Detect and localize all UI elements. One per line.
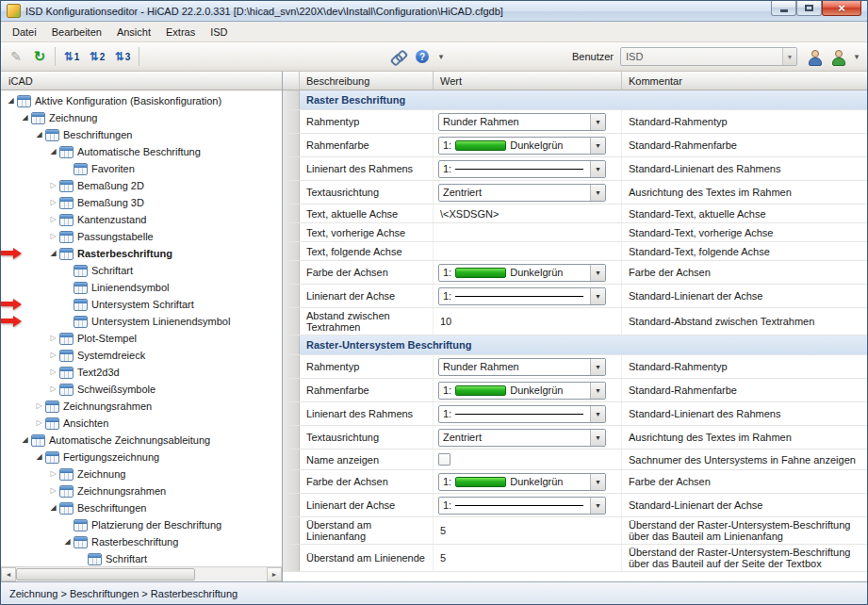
color-dropdown[interactable]: 1:Dunkelgrün — [438, 264, 606, 282]
tree-item-bemaßung-3d[interactable]: Bemaßung 3D — [1, 194, 282, 211]
tree-item-kantenzustand[interactable]: Kantenzustand — [1, 211, 282, 228]
tree-expander-icon[interactable] — [47, 381, 59, 398]
tree-item-zeichnungsrahmen[interactable]: Zeichnungsrahmen — [1, 482, 282, 499]
user-button[interactable] — [803, 46, 826, 68]
tree-expander-icon[interactable] — [47, 194, 59, 211]
help-button[interactable] — [411, 46, 434, 68]
chevron-down-icon[interactable] — [590, 288, 605, 304]
row-selector[interactable] — [283, 470, 300, 493]
tree-expander-icon[interactable] — [47, 482, 59, 499]
row-selector[interactable] — [283, 426, 300, 449]
row-selector[interactable] — [283, 517, 300, 544]
linestyle-dropdown[interactable]: 1: — [438, 160, 606, 178]
chevron-down-icon[interactable] — [590, 406, 605, 422]
tree-item-zeichnung[interactable]: Zeichnung — [1, 109, 282, 126]
chevron-down-icon[interactable] — [590, 161, 605, 177]
chevron-down-icon[interactable] — [590, 430, 605, 446]
benutzer-select[interactable]: ISD — [620, 47, 797, 66]
tree-item-untersystem-linienendsymbol[interactable]: Untersystem Linienendsymbol — [1, 313, 282, 330]
tree-item-zeichnungsrahmen[interactable]: Zeichnungsrahmen — [1, 398, 282, 415]
color-dropdown[interactable]: 1:Dunkelgrün — [438, 473, 606, 491]
tree-item-favoriten[interactable]: Favoriten — [1, 160, 282, 177]
row-selector[interactable] — [283, 204, 300, 222]
row-selector[interactable] — [283, 223, 300, 241]
tree-expander-icon[interactable] — [47, 177, 59, 194]
tree-item-passungstabelle[interactable]: Passungstabelle — [1, 228, 282, 245]
row-selector[interactable] — [283, 90, 300, 109]
scroll-left-icon[interactable] — [1, 567, 16, 581]
value-dropdown[interactable]: Zentriert — [438, 184, 606, 202]
menu-bearbeiten[interactable]: Bearbeiten — [44, 24, 109, 41]
tree-expander-icon[interactable] — [33, 415, 45, 432]
linestyle-dropdown[interactable]: 1: — [438, 405, 606, 423]
value-dropdown[interactable]: Runder Rahmen — [438, 113, 606, 131]
scroll-right-icon[interactable] — [267, 567, 282, 581]
tree-item-linienendsymbol[interactable]: Linienendsymbol — [1, 279, 282, 296]
tree-item-untersystem-schriftart[interactable]: Untersystem Schriftart — [1, 296, 282, 313]
tree-expander-icon[interactable] — [5, 92, 17, 109]
row-selector[interactable] — [283, 545, 300, 571]
menu-isd[interactable]: ISD — [203, 24, 235, 41]
tree-item-ansichten[interactable]: Ansichten — [1, 415, 282, 432]
row-selector[interactable] — [283, 134, 300, 156]
row-selector[interactable] — [283, 308, 300, 335]
tree-expander-icon[interactable] — [33, 449, 45, 466]
tree-item-beschriftungen[interactable]: Beschriftungen — [1, 499, 282, 516]
maximize-button[interactable] — [796, 1, 822, 16]
tree-item-schriftart[interactable]: Schriftart — [1, 262, 282, 279]
expand-level-3-button[interactable]: 3 — [110, 46, 135, 68]
value-checkbox[interactable] — [438, 453, 450, 466]
close-button[interactable] — [822, 1, 861, 16]
row-selector[interactable] — [283, 494, 300, 516]
chevron-down-icon[interactable] — [590, 383, 605, 399]
tree-item-platzierung-der-beschriftung[interactable]: Platzierung der Beschriftung — [1, 516, 282, 533]
scrollbar-track[interactable] — [195, 567, 267, 581]
tree-item-rasterbeschriftung[interactable]: Rasterbeschriftung — [1, 245, 282, 262]
tree-expander-icon[interactable] — [47, 143, 59, 160]
tree-item-beschriftungen[interactable]: Beschriftungen — [1, 126, 282, 143]
toolbar-overflow-button-2[interactable] — [850, 46, 863, 68]
tree-item-schriftart[interactable]: Schriftart — [1, 550, 282, 566]
value-text[interactable]: 5 — [438, 552, 446, 564]
tree-expander-icon[interactable] — [47, 330, 59, 347]
column-header-beschreibung[interactable]: Beschreibung — [300, 72, 434, 90]
row-selector[interactable] — [283, 335, 300, 354]
chevron-down-icon[interactable] — [590, 359, 605, 375]
user-manage-button[interactable] — [827, 46, 849, 68]
tree-expander-icon[interactable] — [47, 466, 59, 482]
tree-expander-icon[interactable] — [47, 245, 59, 262]
tree-expander-icon[interactable] — [47, 211, 59, 228]
tree-expander-icon[interactable] — [33, 126, 45, 143]
row-selector[interactable] — [283, 402, 300, 425]
minimize-button[interactable] — [771, 1, 796, 16]
tree-expander-icon[interactable] — [19, 432, 31, 449]
expand-level-2-button[interactable]: 2 — [85, 46, 109, 68]
column-header-wert[interactable]: Wert — [434, 72, 622, 90]
chevron-down-icon[interactable] — [782, 48, 796, 65]
linestyle-dropdown[interactable]: 1: — [438, 497, 606, 515]
tree-expander-icon[interactable] — [33, 398, 45, 415]
chevron-down-icon[interactable] — [590, 474, 605, 490]
row-selector[interactable] — [283, 157, 300, 180]
tree-item-schweißsymbole[interactable]: Schweißsymbole — [1, 381, 282, 398]
color-dropdown[interactable]: 1:Dunkelgrün — [438, 382, 606, 400]
linestyle-dropdown[interactable]: 1: — [438, 287, 606, 305]
titlebar[interactable]: ISD Konfigurationseditor - HiCAD 22.2.0.… — [1, 1, 867, 22]
tree-expander-icon[interactable] — [47, 364, 59, 381]
value-text[interactable]: 5 — [438, 525, 446, 536]
column-header-kommentar[interactable]: Kommentar — [622, 72, 867, 90]
row-selector[interactable] — [283, 379, 300, 401]
refresh-button[interactable] — [28, 46, 51, 68]
chevron-down-icon[interactable] — [590, 114, 605, 130]
menu-ansicht[interactable]: Ansicht — [109, 24, 158, 41]
value-dropdown[interactable]: Runder Rahmen — [438, 358, 606, 376]
row-selector[interactable] — [283, 181, 300, 204]
edit-button[interactable] — [5, 46, 27, 68]
tree-item-rasterbeschriftung[interactable]: Rasterbeschriftung — [1, 533, 282, 550]
value-text[interactable]: \<XSDSGN> — [438, 208, 499, 220]
row-selector[interactable] — [283, 355, 300, 378]
toolbar-overflow-button[interactable] — [434, 46, 448, 68]
chevron-down-icon[interactable] — [590, 265, 605, 281]
tree-item-bemaßung-2d[interactable]: Bemaßung 2D — [1, 177, 282, 194]
tree-expander-icon[interactable] — [47, 347, 59, 364]
